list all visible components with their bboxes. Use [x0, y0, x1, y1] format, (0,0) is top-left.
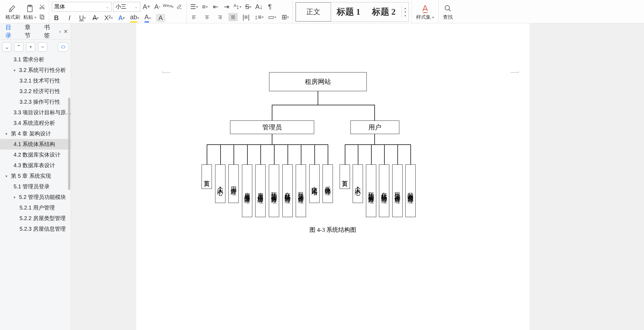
figure-caption: 图 4-3 系统结构图: [136, 226, 530, 234]
strikethrough-button[interactable]: A̶ ▾: [91, 14, 100, 22]
outline-item[interactable]: 3.2.1 技术可行性: [0, 75, 71, 86]
align-left-button[interactable]: [189, 13, 199, 21]
font-size-select[interactable]: 小三⌄: [113, 2, 140, 12]
phonetic-button[interactable]: ᵂᵉⁿ▾: [164, 3, 173, 11]
outline-item[interactable]: 3.2.2 经济可行性: [0, 86, 71, 97]
outline-expand-button[interactable]: ⌄: [2, 42, 11, 52]
indent-left-button[interactable]: ⇤: [211, 3, 220, 11]
outline-item[interactable]: 3.4 系统流程分析: [0, 118, 71, 128]
text-direction-button[interactable]: ᴬ↕ ▾: [233, 3, 242, 11]
indent-right-button[interactable]: ⇥: [222, 3, 231, 11]
style-heading2[interactable]: 标题 2: [366, 2, 401, 21]
style-heading1[interactable]: 标题 1: [331, 2, 366, 21]
chevron-down-icon: ⌄: [135, 5, 138, 9]
diagram-leaf: 首页: [340, 164, 350, 189]
style-set-icon: A̲: [420, 4, 430, 13]
diagram-leaf: 首页: [202, 164, 212, 189]
chevron-down-icon: ▾: [5, 132, 11, 136]
outline-remove-button[interactable]: −: [38, 42, 47, 52]
diagram-leaf: 房屋类型管理: [242, 164, 252, 217]
clipboard-icon: [25, 4, 35, 13]
italic-button[interactable]: I: [65, 14, 74, 22]
align-center-button[interactable]: [202, 13, 212, 21]
numbering-button[interactable]: ≡ ▾: [200, 3, 209, 11]
align-justify-button[interactable]: [228, 13, 238, 21]
outline-item[interactable]: ▾第 4 章 架构设计: [0, 128, 71, 139]
paintbrush-icon: [8, 4, 18, 13]
borders-button[interactable]: ⊞ ▾: [280, 13, 290, 21]
paste-button[interactable]: 粘贴 ▾: [22, 4, 38, 20]
outline-item[interactable]: 3.3 项目设计目标与原…: [0, 107, 71, 118]
svg-point-6: [445, 5, 449, 10]
svg-rect-5: [41, 16, 44, 20]
show-marks-button[interactable]: ¶: [265, 3, 275, 11]
outline-item[interactable]: 3.1 需求分析: [0, 54, 71, 65]
tab-bookmark[interactable]: 书签: [40, 23, 59, 39]
outline-collapse-button[interactable]: ⌃: [14, 42, 23, 52]
style-gallery: 正文 标题 1 标题 2 ▴▾▾: [295, 2, 409, 22]
outline-item[interactable]: ▾第 5 章 系统实现: [0, 171, 71, 181]
outline-tree: 3.1 需求分析 ▾3.2 系统可行性分析 3.2.1 技术可行性 3.2.2 …: [0, 54, 71, 330]
diagram-leaf: 交流论坛: [309, 164, 320, 203]
style-gallery-more[interactable]: ▴▾▾: [401, 6, 409, 18]
tab-toc[interactable]: 目录: [1, 23, 20, 39]
underline-button[interactable]: U ▾: [78, 14, 87, 22]
diagram-leaf: 预约看房管理: [366, 164, 376, 217]
align-right-button[interactable]: [215, 13, 225, 21]
highlight-button[interactable]: ab ▾: [130, 14, 139, 22]
style-normal[interactable]: 正文: [296, 2, 331, 21]
font-color-button[interactable]: A ▾: [143, 14, 152, 22]
structure-diagram: 租房网站 管理员 用户 首页个人中心用户管理: [169, 72, 519, 219]
sort-asc-button[interactable]: A↓: [254, 3, 264, 11]
search-icon: [443, 4, 453, 13]
diagram-root: 租房网站: [269, 72, 367, 91]
bullets-button[interactable]: ☰ ▾: [189, 3, 199, 11]
outline-item[interactable]: 5.2.3 房屋信息管理: [0, 224, 71, 234]
outline-item[interactable]: 4.3 数据库表设计: [0, 160, 71, 171]
tab-chapter[interactable]: 章节: [20, 23, 40, 39]
outline-item[interactable]: 5.2.1 用户管理: [0, 202, 71, 213]
text-effect-button[interactable]: A ▾: [117, 14, 126, 22]
char-shading-button[interactable]: A: [156, 14, 165, 22]
scrollbar-thumb[interactable]: [68, 98, 70, 190]
diagram-leaf: 预约看房管理: [269, 164, 279, 217]
outline-item[interactable]: 4.2 数据库实体设计: [0, 150, 71, 160]
style-set-button[interactable]: A̲ 样式集 ▾: [415, 4, 436, 20]
format-painter-button[interactable]: 格式刷: [4, 4, 22, 20]
diagram-leaf: 个人中心: [215, 164, 225, 203]
diagram-leaf: 租赁评价管理: [392, 164, 403, 217]
diagram-leaf: 房屋信息管理: [255, 164, 266, 217]
font-name-select[interactable]: 黑体⌄: [52, 2, 111, 12]
svg-rect-4: [40, 15, 43, 18]
diagram-leaf: 个人中心: [353, 164, 363, 203]
outline-item-current[interactable]: 4.1 系统体系结构: [0, 139, 71, 150]
find-button[interactable]: 查找: [441, 4, 454, 20]
diagram-user: 用户: [350, 120, 399, 134]
diagram-leaf: 在线签约管理: [282, 164, 293, 217]
line-spacing-button[interactable]: ↕≡ ▾: [254, 13, 264, 21]
outline-item[interactable]: ▾5.2 管理员功能模块: [0, 192, 71, 202]
diagram-leaf: 用户管理: [228, 164, 239, 203]
copy-button[interactable]: [38, 13, 46, 21]
sort-button[interactable]: S ▾: [244, 3, 253, 11]
increase-font-button[interactable]: A+: [142, 3, 151, 11]
outline-item[interactable]: 5.1 管理员登录: [0, 181, 71, 192]
tab-next-icon[interactable]: ›: [59, 28, 61, 35]
clear-format-button[interactable]: [174, 3, 184, 11]
shading-button[interactable]: ▭ ▾: [267, 13, 277, 21]
outline-item[interactable]: 3.2.3 操作可行性: [0, 97, 71, 107]
close-panel-icon[interactable]: ✕: [63, 28, 68, 35]
ribbon-toolbar: 格式刷 粘贴 ▾ 黑体⌄ 小三⌄: [0, 0, 644, 23]
bold-button[interactable]: B: [52, 14, 61, 22]
outline-item[interactable]: ▾3.2 系统可行性分析: [0, 65, 71, 75]
decrease-font-button[interactable]: A-: [153, 3, 162, 11]
superscript-button[interactable]: X² ▾: [104, 14, 113, 22]
outline-add-button[interactable]: +: [26, 42, 35, 52]
outline-view-button[interactable]: [58, 42, 69, 52]
distribute-button[interactable]: |≡|: [241, 13, 251, 21]
cut-button[interactable]: [38, 3, 46, 11]
diagram-leaf: 在线签约管理: [379, 164, 389, 217]
chevron-down-icon: ⌄: [106, 5, 109, 9]
diagram-leaf: 租赁评价管理: [296, 164, 306, 217]
outline-item[interactable]: 5.2.2 房屋类型管理: [0, 213, 71, 224]
